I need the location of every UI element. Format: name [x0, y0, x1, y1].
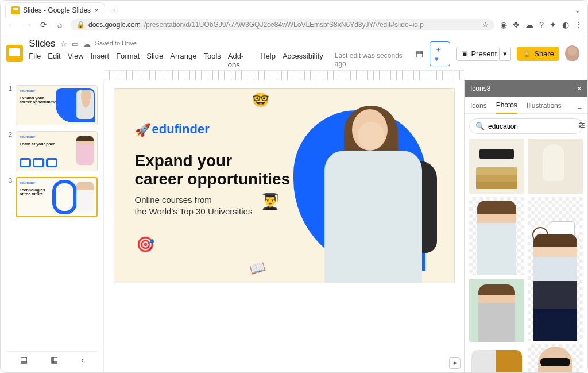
add-person-button[interactable]: ＋▾ [430, 41, 450, 66]
pinterest-ext-icon[interactable]: ◉ [500, 20, 507, 29]
photo-result-student-boy[interactable] [528, 232, 583, 341]
saved-label: Saved to Drive [95, 40, 137, 48]
cloud-ext-icon[interactable]: ☁ [525, 20, 533, 29]
menu-tools[interactable]: Tools [203, 52, 220, 69]
comments-icon[interactable]: ▤ [415, 49, 424, 58]
url-host: docs.google.com [88, 21, 141, 29]
puzzle-ext-icon[interactable]: ✦ [550, 20, 556, 29]
book-emoji-icon[interactable]: 📖 [248, 259, 267, 278]
photo-result-student-girl[interactable] [469, 197, 524, 275]
photo-result-classroom-girl[interactable] [469, 279, 524, 342]
close-tab-icon[interactable]: × [94, 6, 99, 15]
photo-result-two-people[interactable] [469, 345, 524, 372]
menu-file[interactable]: File [29, 52, 41, 69]
google-slides-logo[interactable] [6, 45, 23, 62]
header-actions: ▤ ＋▾ ▣ Present ▾ 🔒 Share [415, 41, 579, 66]
brand-text: edufinder [152, 122, 210, 137]
photo-results-grid [465, 139, 587, 372]
photo-result-glasses-mug[interactable] [528, 197, 583, 228]
nerd-emoji-icon[interactable]: 🤓 [252, 92, 269, 108]
slides-favicon [11, 6, 20, 14]
question-ext-icon[interactable]: ? [539, 20, 544, 29]
svg-point-3 [582, 125, 583, 126]
close-icon[interactable]: × [577, 84, 582, 93]
explore-button[interactable]: ✦ [449, 357, 461, 369]
thumb-number: 3 [6, 177, 12, 217]
star-icon[interactable]: ☆ [60, 40, 67, 48]
menu-arrange[interactable]: Arrange [170, 52, 196, 69]
menu-help[interactable]: Help [260, 52, 276, 69]
slide-headline[interactable]: Expand your career opportunities [135, 152, 291, 189]
svg-point-5 [579, 126, 581, 128]
headline-line-1: Expand your [135, 152, 291, 170]
thumb-number: 2 [6, 131, 12, 171]
tab-illustrations[interactable]: Illustrations [527, 102, 562, 113]
slide-photo-student[interactable] [299, 106, 448, 283]
document-title[interactable]: Slides [29, 38, 55, 49]
photo-result-books-camera[interactable] [469, 139, 524, 194]
last-edit-info[interactable]: Last edit was seconds ago [335, 52, 409, 69]
account-avatar[interactable] [565, 45, 579, 61]
home-button[interactable]: ⌂ [55, 20, 65, 29]
grid-view-icon[interactable]: ▦ [51, 355, 58, 364]
thumb-person [76, 90, 94, 119]
menu-addons[interactable]: Add-ons [228, 52, 253, 69]
filmstrip-footer: ▤ ▦ ‹ [6, 351, 98, 368]
slide-thumbnail-3[interactable]: edufinder Technologiesof the future [16, 177, 98, 217]
thumb-shape [52, 180, 76, 214]
crop-ext-icon[interactable]: ✥ [513, 20, 520, 29]
slide-canvas[interactable]: 🚀 edufinder Expand your career opportuni… [114, 89, 454, 283]
reload-button[interactable]: ⟳ [38, 20, 49, 29]
photo-result-vr-person[interactable] [528, 344, 583, 372]
slide-subtext[interactable]: Online courses from the World's Top 30 U… [135, 194, 253, 217]
workspace: 1 edufinder Expand yourcareer opportunit… [1, 80, 587, 372]
search-input[interactable] [488, 122, 574, 130]
thumb-person [76, 182, 94, 211]
menu-insert[interactable]: Insert [91, 52, 110, 69]
address-bar[interactable]: 🔒 docs.google.com/presentation/d/11UObGJ… [71, 19, 494, 30]
hamburger-icon[interactable]: ≡ [577, 103, 582, 111]
tune-icon[interactable] [578, 121, 586, 131]
menu-format[interactable]: Format [116, 52, 140, 69]
present-button[interactable]: ▣ Present [456, 47, 500, 61]
address-row: ← → ⟳ ⌂ 🔒 docs.google.com/presentation/d… [1, 17, 587, 34]
photo-result-bust-statue[interactable] [528, 139, 583, 194]
target-emoji-icon[interactable]: 🎯 [136, 236, 154, 253]
menu-view[interactable]: View [68, 52, 84, 69]
filmstrip-view-icon[interactable]: ▤ [20, 355, 28, 364]
app-header: Slides ☆ ▭ ☁ Saved to Drive File Edit Vi… [1, 34, 587, 70]
sidebar-title: Icons8 [470, 84, 490, 93]
move-folder-icon[interactable]: ▭ [72, 40, 79, 48]
present-options-caret[interactable]: ▾ [500, 47, 511, 61]
profile-ext-icon[interactable]: ◐ [562, 20, 569, 29]
headline-line-2: career opportunities [135, 170, 291, 189]
slide-thumbnail-2[interactable]: edufinder Learn at your pace [16, 131, 98, 171]
svg-point-1 [580, 122, 581, 124]
tab-title: Slides - Google Slides [23, 6, 91, 14]
back-button[interactable]: ← [6, 20, 17, 29]
sidebar-header: Icons8 × [465, 80, 587, 97]
present-icon: ▣ [461, 49, 468, 58]
bookmark-star-icon[interactable]: ☆ [482, 21, 489, 29]
browser-chrome: Slides - Google Slides × + ⌄ ← → ⟳ ⌂ 🔒 d… [1, 1, 587, 34]
menu-slide[interactable]: Slide [146, 52, 163, 69]
menu-accessibility[interactable]: Accessibility [283, 52, 323, 69]
slide-brand[interactable]: 🚀 edufinder [135, 122, 210, 137]
thumb-person [76, 136, 94, 165]
sidebar-search[interactable]: 🔍 [469, 118, 583, 134]
forward-button[interactable]: → [22, 20, 33, 29]
student-emoji-icon[interactable]: 👨‍🎓 [260, 192, 280, 211]
addon-sidebar: Icons8 × Icons Photos Illustrations ≡ 🔍 [464, 80, 587, 372]
sub-line-1: Online courses from [135, 194, 253, 206]
chevron-down-icon[interactable]: ⌄ [572, 5, 583, 14]
tab-icons[interactable]: Icons [470, 102, 487, 113]
share-button[interactable]: 🔒 Share [517, 47, 559, 61]
slide-thumbnail-1[interactable]: edufinder Expand yourcareer opportunitie… [16, 85, 98, 125]
canvas-area[interactable]: 🚀 edufinder Expand your career opportuni… [104, 80, 464, 372]
browser-tab[interactable]: Slides - Google Slides × [5, 2, 105, 17]
browser-menu-icon[interactable]: ⋮ [575, 20, 582, 29]
collapse-filmstrip-icon[interactable]: ‹ [81, 355, 84, 364]
tab-photos[interactable]: Photos [496, 101, 517, 114]
new-tab-button[interactable]: + [110, 5, 120, 15]
menu-edit[interactable]: Edit [48, 52, 60, 69]
